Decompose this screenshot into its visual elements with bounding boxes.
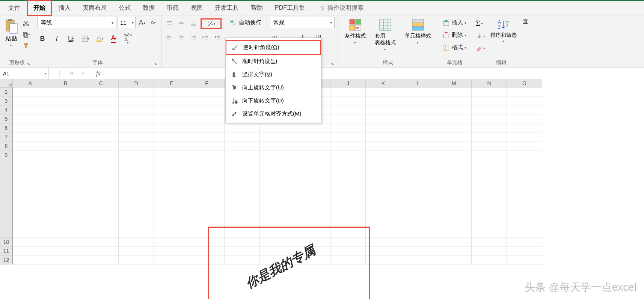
cell[interactable]	[507, 114, 542, 123]
cell[interactable]	[330, 132, 366, 141]
cell[interactable]	[295, 150, 330, 237]
cell[interactable]	[295, 141, 330, 150]
cell[interactable]	[119, 114, 154, 123]
cell[interactable]	[119, 105, 154, 114]
cell[interactable]	[189, 87, 225, 96]
cell[interactable]	[507, 255, 542, 264]
cell[interactable]	[13, 237, 48, 246]
col-header[interactable]: N	[472, 79, 507, 87]
paste-button[interactable]: 粘贴 ▾	[3, 17, 20, 49]
cell[interactable]	[225, 150, 260, 237]
cell[interactable]	[154, 246, 189, 255]
cell[interactable]	[119, 141, 154, 150]
cell[interactable]	[83, 105, 119, 114]
orientation-button[interactable]: ▾	[201, 18, 222, 29]
bold-button[interactable]: B	[37, 33, 48, 44]
cell[interactable]	[472, 114, 507, 123]
cell[interactable]	[189, 255, 225, 264]
cell[interactable]	[83, 237, 119, 246]
cell[interactable]	[366, 105, 401, 114]
cell[interactable]	[330, 255, 366, 264]
cell[interactable]	[401, 150, 436, 237]
cell[interactable]	[436, 141, 472, 150]
cell[interactable]	[119, 237, 154, 246]
cell[interactable]	[83, 123, 119, 132]
cell[interactable]	[436, 255, 472, 264]
number-format-select[interactable]: 常规▾	[270, 17, 335, 28]
col-header[interactable]: M	[436, 79, 472, 87]
cell[interactable]	[189, 246, 225, 255]
cell[interactable]	[401, 123, 436, 132]
cell[interactable]	[366, 96, 401, 105]
cell[interactable]	[83, 114, 119, 123]
cell[interactable]	[436, 237, 472, 246]
cell[interactable]	[260, 141, 295, 150]
cell[interactable]	[472, 237, 507, 246]
cell[interactable]	[154, 237, 189, 246]
cell[interactable]	[83, 150, 119, 237]
table-format-button[interactable]: 套用 表格格式▾	[371, 17, 400, 53]
col-header[interactable]: F	[189, 79, 225, 87]
cell[interactable]	[472, 246, 507, 255]
cell[interactable]	[154, 141, 189, 150]
cell[interactable]	[13, 114, 48, 123]
align-right-button[interactable]	[189, 33, 198, 42]
tell-me-search[interactable]: 操作说明搜索	[319, 4, 363, 12]
cell[interactable]	[366, 114, 401, 123]
format-painter-button[interactable]	[21, 42, 31, 50]
cell[interactable]	[436, 114, 472, 123]
col-header[interactable]: J	[330, 79, 366, 87]
dropdown-icon[interactable]: ⋮	[56, 70, 62, 77]
cell[interactable]	[48, 150, 83, 237]
cell[interactable]	[401, 141, 436, 150]
row-header[interactable]: 12	[0, 255, 13, 264]
cell[interactable]	[189, 96, 225, 105]
cell[interactable]	[330, 87, 366, 96]
cell[interactable]	[119, 255, 154, 264]
cell[interactable]	[472, 87, 507, 96]
cell[interactable]	[330, 123, 366, 132]
cell[interactable]	[366, 255, 401, 264]
cell[interactable]	[295, 132, 330, 141]
cell[interactable]	[189, 141, 225, 150]
cell[interactable]	[154, 132, 189, 141]
sort-filter-button[interactable]: AZ 排序和筛选▾	[488, 17, 519, 45]
cell[interactable]	[13, 123, 48, 132]
menu-vertical-text[interactable]: ab 竖排文字(V)	[226, 68, 321, 81]
tab-help[interactable]: 帮助	[246, 1, 268, 15]
cell[interactable]	[260, 150, 295, 237]
cell[interactable]	[401, 87, 436, 96]
select-all-corner[interactable]	[0, 79, 13, 87]
cell[interactable]	[83, 246, 119, 255]
cell[interactable]	[225, 237, 260, 246]
tab-home[interactable]: 开始	[27, 0, 52, 16]
cell[interactable]	[401, 114, 436, 123]
enter-icon[interactable]: ✓	[81, 70, 86, 77]
tab-view[interactable]: 视图	[186, 1, 208, 15]
cell[interactable]	[119, 123, 154, 132]
cell[interactable]	[507, 246, 542, 255]
cell[interactable]	[48, 87, 83, 96]
cell[interactable]	[472, 141, 507, 150]
row-header[interactable]: 10	[0, 237, 13, 246]
cell[interactable]	[13, 105, 48, 114]
font-size-select[interactable]: 11▾	[118, 17, 136, 28]
cell[interactable]	[225, 141, 260, 150]
cell[interactable]	[260, 237, 295, 246]
menu-rotate-up[interactable]: ab 向上旋转文字(U)	[226, 81, 321, 94]
insert-cells-button[interactable]: 插入 ▾	[441, 18, 468, 27]
cell[interactable]	[13, 150, 48, 237]
align-top-button[interactable]	[164, 19, 174, 28]
cell[interactable]	[13, 255, 48, 264]
formula-input[interactable]	[104, 68, 644, 79]
cell[interactable]	[119, 246, 154, 255]
cell[interactable]	[507, 87, 542, 96]
cell[interactable]	[48, 246, 83, 255]
menu-format-alignment[interactable]: 设置单元格对齐方式(M)	[226, 107, 321, 120]
cell[interactable]	[472, 96, 507, 105]
cell[interactable]	[154, 87, 189, 96]
cell[interactable]	[13, 96, 48, 105]
cell[interactable]	[507, 105, 542, 114]
cell[interactable]	[401, 105, 436, 114]
cell[interactable]	[507, 96, 542, 105]
